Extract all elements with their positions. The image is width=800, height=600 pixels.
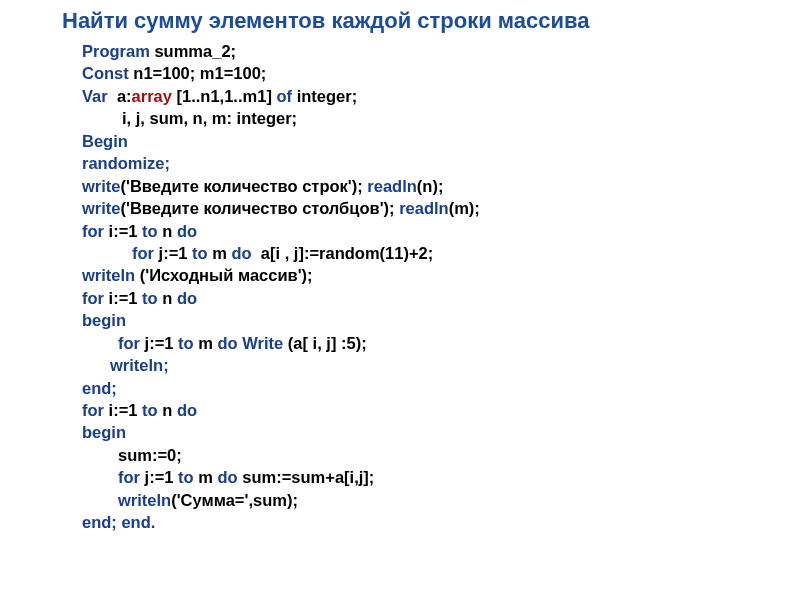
code-line: for i:=1 to n do bbox=[82, 399, 800, 421]
code-text: m bbox=[212, 244, 231, 262]
keyword-do: do bbox=[218, 334, 243, 352]
code-line: sum:=0; bbox=[82, 444, 800, 466]
keyword-for: for bbox=[82, 289, 109, 307]
code-line: for i:=1 to n do bbox=[82, 287, 800, 309]
keyword-do: do bbox=[177, 289, 197, 307]
code-text: j:=1 bbox=[159, 244, 192, 262]
code-line: for j:=1 to m do sum:=sum+a[i,j]; bbox=[82, 466, 800, 488]
code-text: a: bbox=[117, 87, 132, 105]
keyword-for: for bbox=[82, 222, 109, 240]
code-text: ('Введите количество строк'); bbox=[121, 177, 368, 195]
code-text: n1=100; m1=100; bbox=[133, 64, 266, 82]
keyword-to: to bbox=[178, 334, 198, 352]
code-text: n bbox=[162, 222, 177, 240]
code-text: n bbox=[162, 289, 177, 307]
code-line: begin bbox=[82, 309, 800, 331]
code-line: write('Введите количество столбцов'); re… bbox=[82, 197, 800, 219]
keyword-begin: Begin bbox=[82, 132, 128, 150]
keyword-begin: begin bbox=[82, 423, 126, 441]
code-text: (a[ i, j] :5); bbox=[288, 334, 367, 352]
code-text: m bbox=[198, 334, 217, 352]
code-text: i:=1 bbox=[109, 289, 142, 307]
keyword-end: end; bbox=[82, 513, 121, 531]
code-text: (m); bbox=[449, 199, 480, 217]
code-text: ('Введите количество столбцов'); bbox=[121, 199, 400, 217]
code-text: j:=1 bbox=[145, 334, 178, 352]
code-text: m bbox=[198, 468, 217, 486]
code-line: randomize; bbox=[82, 152, 800, 174]
keyword-end-dot: end. bbox=[121, 513, 155, 531]
code-line: writeln; bbox=[82, 354, 800, 376]
code-line: for j:=1 to m do Write (a[ i, j] :5); bbox=[82, 332, 800, 354]
code-line: end; end. bbox=[82, 511, 800, 533]
keyword-writeln: writeln; bbox=[110, 356, 169, 374]
slide-title: Найти сумму элементов каждой строки масс… bbox=[0, 8, 800, 34]
code-line: writeln('Сумма=',sum); bbox=[82, 489, 800, 511]
keyword-of: of bbox=[276, 87, 296, 105]
keyword-end: end; bbox=[82, 379, 117, 397]
keyword-const: Const bbox=[82, 64, 133, 82]
code-text: ('Исходный массив'); bbox=[140, 266, 313, 284]
code-text: sum:=0; bbox=[118, 446, 182, 464]
code-line: end; bbox=[82, 377, 800, 399]
code-line: Begin bbox=[82, 130, 800, 152]
code-text: (n); bbox=[417, 177, 444, 195]
keyword-begin: begin bbox=[82, 311, 126, 329]
keyword-do: do bbox=[232, 244, 261, 262]
keyword-write: write bbox=[82, 199, 121, 217]
code-line: Const n1=100; m1=100; bbox=[82, 62, 800, 84]
keyword-program: Program bbox=[82, 42, 154, 60]
keyword-do: do bbox=[177, 222, 197, 240]
keyword-var: Var bbox=[82, 87, 117, 105]
keyword-to: to bbox=[178, 468, 198, 486]
code-block: Program summa_2; Const n1=100; m1=100; V… bbox=[0, 40, 800, 534]
keyword-to: to bbox=[142, 401, 162, 419]
code-text: ('Сумма=',sum); bbox=[171, 491, 298, 509]
keyword-readln: readln bbox=[367, 177, 417, 195]
code-line: writeln ('Исходный массив'); bbox=[82, 264, 800, 286]
keyword-to: to bbox=[192, 244, 212, 262]
code-text: [1..n1,1..m1] bbox=[177, 87, 277, 105]
code-text: summa_2; bbox=[154, 42, 236, 60]
keyword-write-cap: Write bbox=[242, 334, 288, 352]
keyword-for: for bbox=[132, 244, 159, 262]
code-text: sum:=sum+a[i,j]; bbox=[242, 468, 374, 486]
code-line: i, j, sum, n, m: integer; bbox=[82, 107, 800, 129]
code-text: i:=1 bbox=[109, 222, 142, 240]
keyword-for: for bbox=[82, 401, 109, 419]
keyword-for: for bbox=[118, 334, 145, 352]
code-line: Program summa_2; bbox=[82, 40, 800, 62]
code-text: n bbox=[162, 401, 177, 419]
keyword-to: to bbox=[142, 289, 162, 307]
code-line: for j:=1 to m do a[i , j]:=random(11)+2; bbox=[82, 242, 800, 264]
keyword-do: do bbox=[177, 401, 197, 419]
keyword-writeln: writeln bbox=[118, 491, 171, 509]
keyword-for: for bbox=[118, 468, 145, 486]
code-text: integer; bbox=[297, 87, 358, 105]
code-text: a[i , j]:=random(11)+2; bbox=[261, 244, 433, 262]
keyword-array: array bbox=[132, 87, 177, 105]
keyword-randomize: randomize; bbox=[82, 154, 170, 172]
code-line: begin bbox=[82, 421, 800, 443]
keyword-to: to bbox=[142, 222, 162, 240]
keyword-do: do bbox=[218, 468, 243, 486]
code-text: j:=1 bbox=[145, 468, 178, 486]
keyword-writeln: writeln bbox=[82, 266, 140, 284]
code-text: i, j, sum, n, m: integer; bbox=[122, 109, 297, 127]
code-line: for i:=1 to n do bbox=[82, 220, 800, 242]
code-line: Var a:array [1..n1,1..m1] of integer; bbox=[82, 85, 800, 107]
keyword-readln: readln bbox=[399, 199, 449, 217]
code-text: i:=1 bbox=[109, 401, 142, 419]
keyword-write: write bbox=[82, 177, 121, 195]
code-line: write('Введите количество строк'); readl… bbox=[82, 175, 800, 197]
